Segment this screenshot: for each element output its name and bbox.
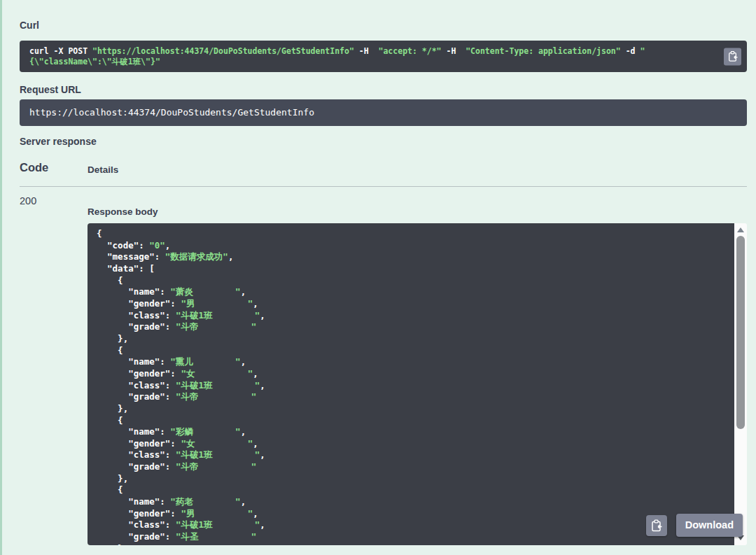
- details-column-header: Details: [88, 160, 747, 178]
- opblock-body: Curl curl -X POST "https://localhost:443…: [2, 0, 756, 555]
- responses-table: Code Details 200 Response body { "code":…: [20, 160, 747, 555]
- download-button[interactable]: Download: [676, 514, 743, 537]
- copy-to-clipboard-button[interactable]: [724, 48, 741, 65]
- status-code: 200: [20, 195, 88, 555]
- request-url-text: https://localhost:44374/DouPoStudents/Ge…: [29, 107, 737, 118]
- curl-command-block: curl -X POST "https://localhost:44374/Do…: [20, 41, 747, 72]
- request-url-label: Request URL: [20, 84, 747, 95]
- response-row: 200 Response body { "code": "0", "messag…: [20, 195, 747, 555]
- header-divider: [20, 186, 747, 187]
- response-scrollbar[interactable]: [734, 223, 747, 545]
- request-url-block: https://localhost:44374/DouPoStudents/Ge…: [20, 99, 747, 126]
- curl-command-text: curl -X POST "https://localhost:44374/Do…: [29, 46, 654, 66]
- response-body-text: { "code": "0", "message": "数据请求成功", "dat…: [88, 223, 734, 545]
- clipboard-copy-icon: [728, 51, 738, 62]
- server-response-label: Server response: [20, 136, 747, 147]
- curl-label: Curl: [20, 20, 747, 31]
- scrollbar-thumb[interactable]: [736, 236, 745, 429]
- scrollbar-up-arrow-icon[interactable]: [737, 227, 744, 232]
- response-actions: Download: [646, 514, 743, 537]
- code-column-header: Code: [20, 160, 88, 178]
- clipboard-copy-icon: [651, 519, 662, 532]
- copy-response-button[interactable]: [646, 515, 667, 536]
- response-body-container: { "code": "0", "message": "数据请求成功", "dat…: [88, 223, 747, 545]
- responses-table-header: Code Details: [20, 160, 747, 178]
- response-body-label: Response body: [88, 207, 747, 217]
